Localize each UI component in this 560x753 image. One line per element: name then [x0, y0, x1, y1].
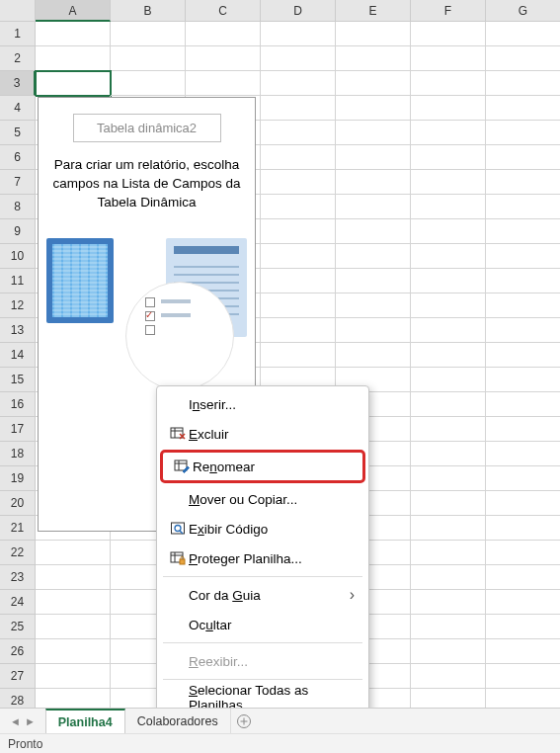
row-header-16[interactable]: 16 — [0, 392, 36, 417]
cell[interactable] — [486, 22, 560, 46]
cell[interactable] — [411, 318, 486, 343]
menu-item-mover[interactable]: Mover ou Copiar... — [157, 484, 368, 514]
row-header-14[interactable]: 14 — [0, 343, 36, 368]
cell[interactable] — [486, 46, 560, 71]
new-sheet-button[interactable] — [231, 709, 257, 733]
cell[interactable] — [411, 293, 486, 318]
cell[interactable] — [186, 71, 261, 96]
cell[interactable] — [486, 219, 560, 244]
cell[interactable] — [411, 442, 486, 466]
menu-item-proteger[interactable]: Proteger Planilha... — [157, 544, 368, 573]
cell[interactable] — [411, 343, 486, 368]
cell[interactable] — [486, 516, 560, 541]
row-header-2[interactable]: 2 — [0, 46, 36, 71]
cell[interactable] — [336, 71, 411, 96]
column-header-C[interactable]: C — [186, 0, 261, 22]
cell[interactable] — [411, 121, 486, 145]
cell[interactable] — [411, 219, 486, 244]
cell[interactable] — [411, 516, 486, 541]
row-header-3[interactable]: 3 — [0, 71, 36, 96]
cell[interactable] — [36, 565, 111, 590]
row-header-26[interactable]: 26 — [0, 639, 36, 664]
cell[interactable] — [186, 46, 261, 71]
row-header-11[interactable]: 11 — [0, 269, 36, 293]
cell[interactable] — [486, 343, 560, 368]
menu-item-excluir[interactable]: Excluir — [157, 419, 368, 449]
cell[interactable] — [336, 343, 411, 368]
sheet-tab-planilha4[interactable]: Planilha4 — [45, 709, 125, 733]
cell[interactable] — [336, 269, 411, 293]
cell[interactable] — [336, 170, 411, 195]
cell[interactable] — [261, 343, 336, 368]
cell[interactable] — [486, 541, 560, 565]
cell[interactable] — [336, 121, 411, 145]
cell[interactable] — [261, 293, 336, 318]
cell[interactable] — [261, 145, 336, 170]
cell[interactable] — [411, 170, 486, 195]
row-header-19[interactable]: 19 — [0, 466, 36, 491]
sheet-tab-colaboradores[interactable]: Colaboradores — [125, 709, 231, 733]
cell[interactable] — [486, 121, 560, 145]
cell[interactable] — [36, 664, 111, 689]
cell[interactable] — [411, 145, 486, 170]
menu-item-codigo[interactable]: Exibir Código — [157, 514, 368, 544]
cell[interactable] — [36, 46, 111, 71]
cell[interactable] — [486, 565, 560, 590]
cell[interactable] — [336, 46, 411, 71]
cell[interactable] — [411, 368, 486, 392]
cell[interactable] — [336, 96, 411, 121]
cell[interactable] — [261, 46, 336, 71]
cell[interactable] — [186, 22, 261, 46]
cell[interactable] — [336, 318, 411, 343]
cell[interactable] — [486, 145, 560, 170]
cell[interactable] — [261, 71, 336, 96]
cell[interactable] — [411, 639, 486, 664]
row-header-12[interactable]: 12 — [0, 293, 36, 318]
cell[interactable] — [336, 219, 411, 244]
cell[interactable] — [486, 491, 560, 516]
menu-item-renomear[interactable]: Renomear — [161, 451, 364, 482]
cell[interactable] — [36, 541, 111, 565]
cell[interactable] — [411, 615, 486, 639]
row-header-13[interactable]: 13 — [0, 318, 36, 343]
row-header-15[interactable]: 15 — [0, 368, 36, 392]
cell[interactable] — [486, 392, 560, 417]
cell[interactable] — [261, 219, 336, 244]
column-header-A[interactable]: A — [36, 0, 111, 22]
row-header-10[interactable]: 10 — [0, 244, 36, 269]
row-header-4[interactable]: 4 — [0, 96, 36, 121]
cell[interactable] — [411, 195, 486, 219]
cell[interactable] — [261, 195, 336, 219]
column-header-G[interactable]: G — [486, 0, 560, 22]
cell[interactable] — [486, 195, 560, 219]
row-header-22[interactable]: 22 — [0, 541, 36, 565]
cell[interactable] — [36, 590, 111, 615]
cell[interactable] — [411, 417, 486, 442]
cell[interactable] — [411, 46, 486, 71]
row-header-7[interactable]: 7 — [0, 170, 36, 195]
cell[interactable] — [411, 22, 486, 46]
cell[interactable] — [486, 318, 560, 343]
cell[interactable] — [261, 170, 336, 195]
row-header-24[interactable]: 24 — [0, 590, 36, 615]
cell[interactable] — [411, 392, 486, 417]
cell[interactable] — [111, 22, 186, 46]
row-header-21[interactable]: 21 — [0, 516, 36, 541]
cell[interactable] — [261, 244, 336, 269]
row-header-25[interactable]: 25 — [0, 615, 36, 639]
cell[interactable] — [486, 639, 560, 664]
row-header-6[interactable]: 6 — [0, 145, 36, 170]
cell[interactable] — [486, 244, 560, 269]
row-header-9[interactable]: 9 — [0, 219, 36, 244]
row-header-8[interactable]: 8 — [0, 195, 36, 219]
cell[interactable] — [411, 565, 486, 590]
cell[interactable] — [336, 244, 411, 269]
cell[interactable] — [261, 121, 336, 145]
cell[interactable] — [486, 664, 560, 689]
cell[interactable] — [486, 615, 560, 639]
cell[interactable] — [486, 442, 560, 466]
cell[interactable] — [486, 96, 560, 121]
menu-item-ocultar[interactable]: Ocultar — [157, 610, 368, 639]
cell[interactable] — [486, 590, 560, 615]
menu-item-inserir[interactable]: Inserir... — [157, 389, 368, 419]
